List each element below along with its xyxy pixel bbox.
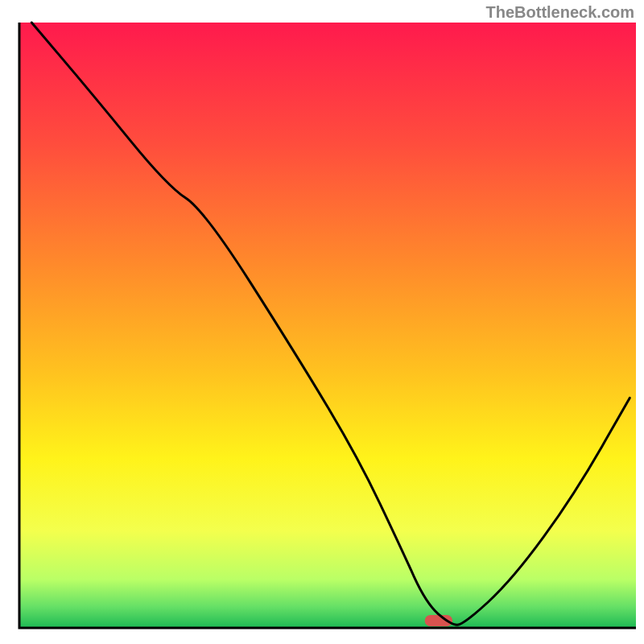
watermark-text: TheBottleneck.com [486,3,634,22]
bottleneck-chart: TheBottleneck.com [0,0,644,644]
chart-svg [0,0,644,644]
